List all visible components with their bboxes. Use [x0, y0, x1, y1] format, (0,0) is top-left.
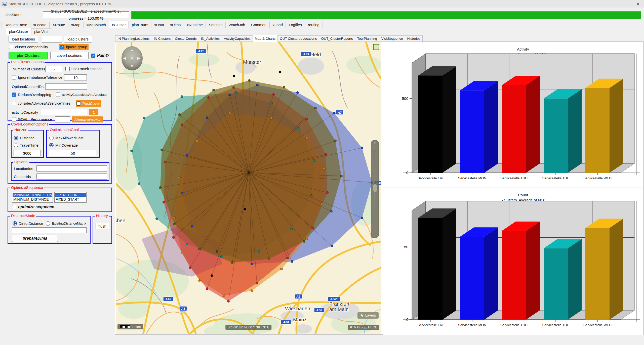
location-point[interactable]	[164, 161, 166, 163]
direct-distance-radio-row[interactable]: DirectDistance	[13, 221, 43, 226]
seq-item-fixed_start[interactable]: FIXED_START	[55, 197, 86, 202]
location-point[interactable]	[173, 223, 175, 225]
location-point[interactable]	[231, 261, 233, 264]
location-point[interactable]	[172, 236, 174, 238]
optimize-sequence-checkbox[interactable]	[12, 205, 16, 209]
location-point[interactable]	[361, 147, 363, 149]
horizon-value-field[interactable]: 3600	[14, 150, 41, 156]
menu-tab-watchjob[interactable]: WatchJob	[225, 22, 248, 28]
location-point[interactable]	[232, 86, 235, 89]
distance-radio[interactable]	[14, 136, 18, 140]
location-point[interactable]	[286, 257, 289, 259]
min-coverage-radio-row[interactable]: MinCoverage	[49, 143, 78, 147]
location-point[interactable]	[270, 102, 272, 104]
seq-item-minimum_travel_time[interactable]: MINIMUM_TRAVEL_TIME	[13, 193, 52, 197]
location-point[interactable]	[333, 112, 335, 114]
overview-toggle-icon[interactable]	[373, 44, 379, 50]
existing-matrix-radio-row[interactable]: ExistingDistanceMatrix	[46, 221, 86, 226]
location-point[interactable]	[280, 268, 283, 270]
prepare-dima-button[interactable]: prepareDima	[12, 235, 58, 242]
location-point[interactable]	[181, 95, 183, 98]
location-ids-field[interactable]	[36, 165, 107, 171]
layers-button[interactable]: Layers	[357, 312, 379, 319]
ignore-imbalance-row[interactable]: IgnoreImbalanceTolerance	[12, 75, 62, 79]
location-point[interactable]	[244, 208, 246, 210]
location-point[interactable]	[198, 248, 200, 250]
menu-tab-xdima[interactable]: xDima	[167, 22, 184, 28]
location-point[interactable]	[181, 252, 183, 254]
optimization-goal-value-field[interactable]: 50	[49, 150, 97, 156]
location-point[interactable]	[228, 94, 231, 96]
load-clusters-button[interactable]: load clusters	[64, 36, 92, 42]
location-point[interactable]	[311, 227, 314, 229]
menu-tab-requestbase[interactable]: RequestBase	[2, 22, 30, 28]
use-travel-distance-row[interactable]: useTravelDistance	[65, 67, 103, 71]
location-point[interactable]	[331, 245, 333, 247]
post-cover-toggle[interactable]: PostCover	[76, 100, 101, 107]
cluster-compatibility-checkbox[interactable]	[9, 45, 13, 49]
location-point[interactable]	[279, 71, 281, 73]
cover-locations-button[interactable]: coverLocations	[50, 52, 89, 59]
map-tab-in-planninglocations[interactable]: IN PlanningLocations	[115, 35, 152, 42]
location-point[interactable]	[314, 107, 316, 109]
menu-tab-xlocate[interactable]: xLocate	[30, 22, 50, 28]
direct-distance-radio[interactable]	[13, 221, 17, 226]
location-point[interactable]	[181, 123, 183, 126]
max-allowed-cost-radio-row[interactable]: MaxAllowedCost	[49, 136, 84, 140]
paint-checkbox[interactable]	[91, 54, 95, 58]
job-status-field[interactable]: Status=SUCCEEDED , elapsedTime=0 s , pro…	[43, 11, 129, 18]
cluster-compatibility-row[interactable]: cluster compatibility	[9, 45, 48, 49]
goal-performance-checkbox[interactable]	[12, 117, 16, 121]
location-point[interactable]	[207, 96, 210, 99]
location-point[interactable]	[143, 117, 145, 119]
pan-left-icon[interactable]: ◀	[123, 56, 126, 60]
menu-tab-xmap[interactable]: xMap	[68, 22, 84, 28]
map-tab-in-activities[interactable]: IN_Activities	[199, 35, 222, 42]
ignore-imbalance-field[interactable]: 10	[64, 74, 87, 80]
ignore-imbalance-checkbox[interactable]	[12, 75, 16, 79]
location-point[interactable]	[196, 140, 198, 142]
location-point[interactable]	[251, 263, 253, 265]
location-point[interactable]	[181, 192, 183, 194]
goal-performance-field[interactable]	[55, 116, 70, 122]
location-point[interactable]	[212, 89, 215, 91]
menu-tab-xruntime[interactable]: xRuntime	[184, 22, 206, 28]
location-point[interactable]	[211, 274, 213, 277]
load-field[interactable]	[42, 36, 62, 42]
location-point[interactable]	[256, 84, 258, 86]
map-tab-in-clusters[interactable]: IN Clusters	[152, 35, 173, 42]
maximize-button[interactable]: □	[623, 0, 633, 8]
close-button[interactable]: ✕	[633, 0, 643, 8]
cluster-ids-field[interactable]	[36, 174, 107, 180]
location-point[interactable]	[298, 127, 300, 129]
location-point[interactable]	[130, 150, 133, 152]
location-point[interactable]	[361, 217, 363, 219]
location-point[interactable]	[256, 282, 258, 284]
location-point[interactable]	[159, 186, 161, 189]
paint-row[interactable]: Paint?	[91, 53, 109, 58]
map-tab-tourplanning[interactable]: TourPlanning	[355, 35, 379, 42]
location-point[interactable]	[334, 140, 336, 142]
location-point[interactable]	[206, 116, 208, 119]
location-point[interactable]	[248, 79, 250, 81]
location-point[interactable]	[305, 118, 308, 120]
traveltime-radio[interactable]	[14, 143, 18, 147]
pan-down-icon[interactable]: ▼	[130, 64, 134, 68]
location-point[interactable]	[138, 182, 140, 185]
reduce-overlapping-checkbox[interactable]	[12, 93, 16, 97]
activity-capacity-field[interactable]	[41, 109, 87, 115]
menu-tab-xroute[interactable]: XRoute	[50, 22, 68, 28]
reduce-overlapping-row[interactable]: ReduceOverlapping	[12, 93, 51, 97]
goal-performance-row[interactable]: GOAL=Performance	[12, 117, 52, 121]
map-pan-control[interactable]: ▲ ▼ ◀ ▶	[122, 46, 143, 70]
location-point[interactable]	[189, 266, 191, 269]
menu-tab-xdata[interactable]: xData	[151, 22, 167, 28]
location-point[interactable]	[220, 255, 223, 257]
location-point[interactable]	[320, 202, 323, 205]
zoom-thumb[interactable]	[373, 184, 378, 192]
location-point[interactable]	[330, 210, 332, 212]
zoom-out-icon[interactable]: −	[371, 233, 379, 238]
optional-cluster-ids-field[interactable]	[45, 83, 87, 90]
min-coverage-radio[interactable]	[49, 143, 54, 147]
location-point[interactable]	[191, 225, 193, 227]
